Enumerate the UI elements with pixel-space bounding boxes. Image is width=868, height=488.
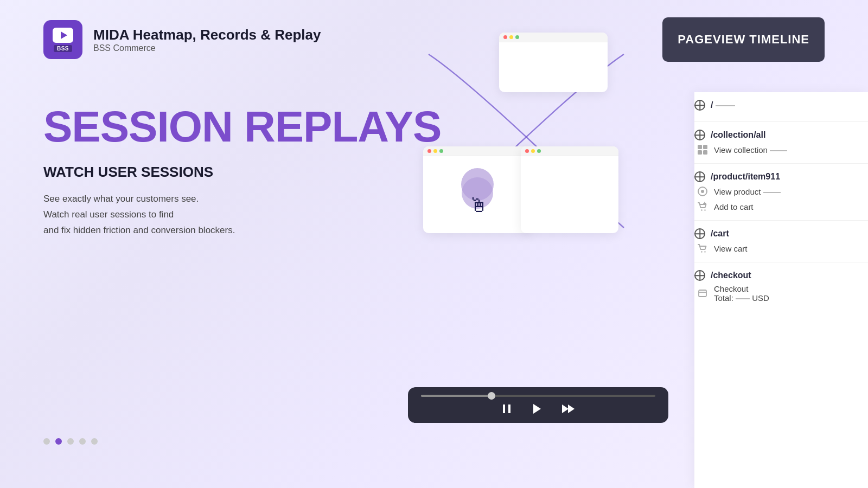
route-product: /product/item911	[694, 171, 868, 182]
view-cart-text: View cart	[714, 244, 747, 253]
desc-line2: Watch real user sessions to find	[43, 209, 174, 220]
checkout-icon	[697, 287, 709, 299]
browser-card-bottom-right	[521, 146, 618, 233]
forward-icon	[561, 402, 576, 415]
svg-point-10	[701, 190, 704, 193]
desc-line3: and fix hidden friction and conversion b…	[43, 225, 235, 235]
pause-icon	[500, 402, 513, 415]
globe-icon-product	[694, 171, 705, 182]
svg-rect-1	[508, 404, 510, 413]
logo-play-icon	[53, 28, 73, 43]
route-text-cart: /cart	[711, 229, 729, 239]
view-cart-icon	[697, 242, 709, 254]
play-button[interactable]	[531, 402, 544, 415]
timeline-item-cart: /cart View cart	[694, 221, 868, 262]
action-view-cart: View cart	[694, 242, 868, 254]
svg-rect-5	[698, 145, 702, 149]
view-collection-text: View collection	[714, 145, 787, 155]
play-icon	[531, 402, 544, 415]
visual-area: 🖱	[423, 22, 640, 249]
timeline-item-product: /product/item911 View product	[694, 164, 868, 221]
route-checkout: /checkout	[694, 270, 868, 281]
svg-point-15	[701, 251, 702, 252]
action-checkout: CheckoutTotal: USD	[694, 284, 868, 303]
app-subtitle: BSS Commerce	[93, 43, 321, 53]
globe-icon-collection	[694, 130, 705, 140]
globe-icon-cart	[694, 228, 705, 239]
svg-marker-4	[568, 404, 575, 413]
svg-point-11	[701, 209, 702, 210]
route-text-root: /	[711, 100, 735, 110]
checkout-text: CheckoutTotal: USD	[714, 284, 769, 303]
controls-row	[421, 402, 655, 415]
progress-thumb[interactable]	[488, 392, 495, 400]
app-name: MIDA Heatmap, Records & Replay	[93, 27, 321, 43]
browser-card-bottom-left: 🖱	[423, 146, 532, 233]
progress-fill	[421, 395, 492, 397]
add-to-cart-text: Add to cart	[714, 202, 754, 211]
collection-action-icon	[697, 144, 709, 156]
logo-badge: BSS	[54, 45, 72, 52]
route-text-product: /product/item911	[711, 172, 780, 182]
dot-4[interactable]	[91, 438, 98, 445]
action-view-collection: View collection	[694, 144, 868, 156]
svg-point-16	[704, 251, 705, 252]
route-text-checkout: /checkout	[711, 271, 751, 280]
dots-indicator	[43, 438, 98, 445]
panel-header: PAGEVIEW TIMELINE	[662, 17, 825, 62]
action-view-product: View product	[694, 185, 868, 197]
header-text: MIDA Heatmap, Records & Replay BSS Comme…	[93, 27, 321, 53]
progress-bar[interactable]	[421, 395, 655, 397]
timeline-item-collection: /collection/all View collection	[694, 122, 868, 164]
dot-3[interactable]	[79, 438, 86, 445]
route-collection: /collection/all	[694, 130, 868, 140]
svg-rect-17	[699, 290, 706, 297]
svg-rect-0	[503, 404, 505, 413]
panel-title: PAGEVIEW TIMELINE	[678, 33, 809, 47]
route-text-collection: /collection/all	[711, 130, 765, 140]
dot-2[interactable]	[67, 438, 74, 445]
svg-rect-7	[698, 150, 702, 155]
svg-rect-8	[703, 150, 707, 155]
pause-button[interactable]	[500, 402, 513, 415]
globe-icon-checkout	[694, 270, 705, 281]
action-add-to-cart: Add to cart	[694, 201, 868, 213]
svg-rect-6	[703, 145, 707, 149]
video-controls	[408, 387, 668, 423]
cursor-icon: 🖱	[469, 194, 488, 217]
desc-line1: See exactly what your customers see.	[43, 194, 199, 204]
route-cart: /cart	[694, 228, 868, 239]
svg-marker-2	[533, 404, 541, 414]
panel-body: / /collection/all View collection	[694, 92, 868, 488]
dot-0[interactable]	[43, 438, 50, 445]
dot-1[interactable]	[55, 438, 62, 445]
timeline-item-checkout: /checkout CheckoutTotal: USD	[694, 262, 868, 310]
product-action-icon	[697, 185, 709, 197]
timeline-item-root: /	[694, 92, 868, 122]
svg-point-12	[704, 209, 705, 210]
cart-add-icon	[697, 201, 709, 213]
route-root: /	[694, 100, 868, 111]
app-logo: BSS	[43, 20, 82, 59]
forward-button[interactable]	[561, 402, 576, 415]
browser-card-top	[499, 33, 608, 92]
view-product-text: View product	[714, 187, 781, 196]
globe-icon-root	[694, 100, 705, 111]
svg-marker-3	[562, 404, 569, 413]
